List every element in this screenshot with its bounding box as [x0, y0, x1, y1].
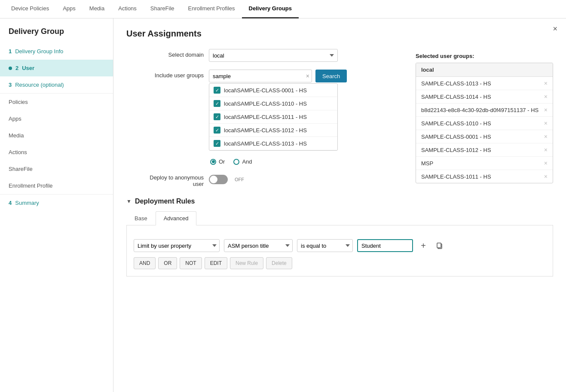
delete-button[interactable]: Delete: [266, 257, 292, 269]
checkbox-2[interactable]: [214, 113, 220, 120]
triangle-icon[interactable]: ▼: [126, 198, 132, 204]
selected-group-item-3: SAMPLE-CLASS-1010 - HS ×: [416, 117, 553, 130]
clear-icon[interactable]: ×: [306, 73, 309, 79]
remove-icon-2[interactable]: ×: [544, 106, 548, 113]
top-nav: Device Policies Apps Media Actions Share…: [0, 0, 566, 18]
rule-select-1[interactable]: Limit by user property: [134, 239, 220, 252]
sidebar-item-summary[interactable]: 4 Summary: [0, 194, 113, 211]
rule-select-2[interactable]: ASM person title: [224, 239, 293, 252]
remove-icon-7[interactable]: ×: [544, 173, 548, 180]
sidebar-item-resource[interactable]: 3 Resource (optional): [0, 76, 113, 93]
deployment-rules-section: ▼ Deployment Rules Base Advanced Limit b…: [126, 198, 553, 277]
rule-value-input[interactable]: [357, 239, 413, 252]
nav-delivery-groups[interactable]: Delivery Groups: [242, 0, 299, 18]
search-input-container: ×: [209, 70, 312, 82]
checkbox-0[interactable]: [214, 87, 220, 94]
dropdown-item-3[interactable]: local\SAMPLE-CLASS-1012 - HS: [209, 124, 337, 137]
rule-copy-button[interactable]: [434, 240, 446, 252]
remove-icon-0[interactable]: ×: [544, 80, 548, 87]
content-title: User Assignments: [126, 29, 553, 39]
remove-icon-4[interactable]: ×: [544, 133, 548, 140]
nav-apps[interactable]: Apps: [56, 0, 83, 18]
selected-group-item-7: SAMPLE-CLASS-1011 - HS ×: [416, 170, 553, 183]
sidebar-item-delivery-group-info[interactable]: 1 Delivery Group Info: [0, 43, 113, 60]
sidebar: Delivery Group 1 Delivery Group Info 2 U…: [0, 18, 113, 392]
not-button[interactable]: NOT: [180, 257, 202, 269]
search-input[interactable]: [209, 70, 312, 82]
active-indicator: [9, 67, 12, 70]
selected-groups-box: local SAMPLE-CLASS-1013 - HS × SAMPLE-CL…: [416, 63, 553, 183]
selected-group-item-1: SAMPLE-CLASS-1014 - HS ×: [416, 90, 553, 103]
deploy-label: Deploy to anonymous user: [126, 172, 204, 187]
selected-group-item-0: SAMPLE-CLASS-1013 - HS ×: [416, 77, 553, 90]
dropdown-item-4[interactable]: local\SAMPLE-CLASS-1013 - HS: [209, 137, 337, 150]
checkbox-4[interactable]: [214, 140, 220, 147]
selected-groups-panel: Selected user groups: local SAMPLE-CLASS…: [416, 53, 553, 183]
tabs-row: Base Advanced: [126, 211, 553, 225]
dropdown-item-1[interactable]: local\SAMPLE-CLASS-1010 - HS: [209, 97, 337, 110]
rules-editor: Limit by user property ASM person title …: [126, 225, 553, 277]
and-radio-label[interactable]: And: [233, 158, 252, 165]
search-and-dropdown: × Search local\SAMPLE-CLASS-0001 - HS lo…: [209, 70, 347, 151]
remove-icon-5[interactable]: ×: [544, 146, 548, 153]
search-button[interactable]: Search: [315, 70, 347, 82]
select-domain-label: Select domain: [126, 49, 204, 58]
sidebar-item-actions[interactable]: Actions: [0, 144, 113, 161]
dropdown-item-0[interactable]: local\SAMPLE-CLASS-0001 - HS: [209, 84, 337, 97]
selected-group-item-6: MSP ×: [416, 157, 553, 170]
tab-base[interactable]: Base: [126, 211, 156, 225]
rule-actions-row: AND OR NOT EDIT New Rule Delete: [134, 257, 546, 269]
or-button[interactable]: OR: [158, 257, 177, 269]
include-user-groups-label: Include user groups: [126, 70, 204, 79]
sidebar-item-policies[interactable]: Policies: [0, 94, 113, 110]
deployment-rules-header: ▼ Deployment Rules: [126, 198, 553, 205]
selected-groups-header: local: [416, 63, 553, 77]
toggle-knob: [210, 176, 217, 183]
nav-enrollment-profiles[interactable]: Enrollment Profiles: [181, 0, 242, 18]
close-button[interactable]: ×: [553, 24, 557, 33]
sidebar-item-user[interactable]: 2 User: [0, 60, 113, 76]
remove-icon-3[interactable]: ×: [544, 120, 548, 127]
content-area: × User Assignments Select domain local d…: [113, 18, 566, 392]
remove-icon-6[interactable]: ×: [544, 160, 548, 167]
rule-add-button[interactable]: +: [417, 240, 429, 252]
edit-button[interactable]: EDIT: [205, 257, 227, 269]
domain-select[interactable]: local domain1 domain2: [209, 49, 338, 62]
or-radio[interactable]: [210, 159, 216, 165]
sidebar-item-enrollment-profile[interactable]: Enrollment Profile: [0, 177, 113, 194]
dropdown-list: local\SAMPLE-CLASS-0001 - HS local\SAMPL…: [209, 83, 338, 151]
and-button[interactable]: AND: [134, 257, 156, 269]
or-radio-label[interactable]: Or: [210, 158, 225, 165]
selected-groups-title: Selected user groups:: [416, 53, 553, 59]
toggle-label: OFF: [235, 177, 244, 182]
checkbox-3[interactable]: [214, 127, 220, 134]
nav-sharefile[interactable]: ShareFile: [144, 0, 181, 18]
sidebar-item-sharefile[interactable]: ShareFile: [0, 161, 113, 177]
dropdown-item-2[interactable]: local\SAMPLE-CLASS-1011 - HS: [209, 110, 337, 124]
remove-icon-1[interactable]: ×: [544, 93, 548, 100]
rule-row: Limit by user property ASM person title …: [134, 239, 546, 252]
nav-media[interactable]: Media: [83, 0, 111, 18]
search-input-wrap: × Search: [209, 70, 347, 82]
new-rule-button[interactable]: New Rule: [230, 257, 263, 269]
main-layout: Delivery Group 1 Delivery Group Info 2 U…: [0, 18, 566, 392]
selected-group-item-2: b8d22143-e8c8-4c30-92db-d0f497151137 - H…: [416, 103, 553, 117]
tab-advanced[interactable]: Advanced: [156, 211, 197, 225]
checkbox-1[interactable]: [214, 100, 220, 107]
sidebar-title: Delivery Group: [0, 23, 113, 43]
selected-group-item-4: SAMPLE-CLASS-0001 - HS ×: [416, 130, 553, 143]
selected-group-item-5: SAMPLE-CLASS-1012 - HS ×: [416, 143, 553, 157]
deploy-toggle[interactable]: [209, 175, 228, 184]
sidebar-item-media[interactable]: Media: [0, 127, 113, 144]
sidebar-item-apps[interactable]: Apps: [0, 110, 113, 127]
nav-actions[interactable]: Actions: [111, 0, 144, 18]
svg-rect-1: [437, 243, 441, 248]
nav-device-policies[interactable]: Device Policies: [4, 0, 56, 18]
rule-select-3[interactable]: is equal to: [297, 239, 353, 252]
and-radio[interactable]: [233, 159, 239, 165]
